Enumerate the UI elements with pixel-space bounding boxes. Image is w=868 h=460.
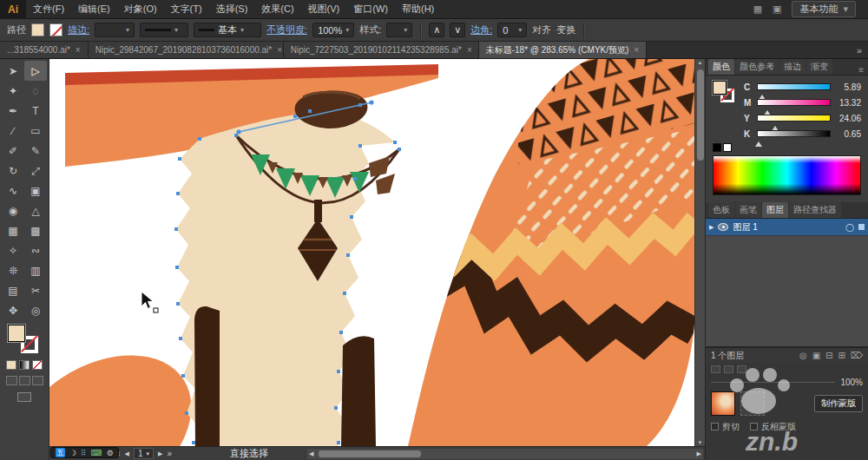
horizontal-scroll-thumb[interactable] [319,450,421,457]
artwork-canvas[interactable] [49,59,694,446]
paintbrush-tool[interactable]: ✐ [2,141,24,161]
fox-front-leg-right[interactable] [341,336,376,446]
zoom-tool[interactable]: ◎ [24,300,47,320]
ime-wubi-icon[interactable]: 五 [56,448,65,457]
draw-inside-button[interactable] [32,376,43,385]
mesh-tool[interactable]: ▦ [2,220,24,240]
tab-color-guide[interactable]: 颜色参考 [735,59,779,75]
column-graph-tool[interactable]: ▥ [24,260,47,280]
ime-keyboard-icon[interactable]: ⌨ [91,449,102,457]
direct-selection-tool[interactable]: ▷ [24,61,47,81]
magic-wand-tool[interactable]: ✦ [2,81,24,101]
target-circle-icon[interactable]: ◯ [845,223,854,232]
tab-overflow-icon[interactable]: » [851,42,868,58]
symbol-sprayer-tool[interactable]: ❊ [2,260,24,280]
tab-layers[interactable]: 图层 [762,202,788,218]
opacity-link[interactable]: 不透明度: [266,23,307,36]
close-icon[interactable]: × [467,45,472,55]
menu-window[interactable]: 窗口(W) [346,0,395,18]
rectangle-tool[interactable]: ▭ [24,121,47,141]
document-tab-2[interactable]: Nipic_29842067_20190828103736016000.ai*× [89,42,284,58]
document-tab-active[interactable]: 未标题-18* @ 283.65% (CMYK/预览)× [479,42,647,58]
menu-select[interactable]: 选择(S) [209,0,255,18]
scroll-up-icon[interactable]: ▲ [695,60,705,65]
corner-value-dropdown[interactable]: 0▾ [497,23,527,37]
draw-behind-button[interactable] [19,376,30,385]
tab-pathfinder[interactable]: 路径查找器 [789,202,841,218]
arrange-documents-icon[interactable]: ▦ [753,3,762,15]
hand-tool[interactable]: ✥ [2,300,24,320]
fill-proxy[interactable] [713,81,727,95]
locate-object-icon[interactable]: ◎ [799,351,807,360]
layer-name[interactable]: 图层 1 [733,221,757,233]
scroll-right-icon[interactable]: ▶ [697,450,701,457]
fox-front-leg-left[interactable] [194,306,220,446]
menu-view[interactable]: 视图(V) [301,0,347,18]
color-spectrum-bar[interactable] [713,155,861,195]
gradient-button[interactable] [19,360,30,370]
black-slider[interactable] [757,130,831,137]
expand-icon[interactable]: ▶ [709,224,713,231]
white-swatch[interactable] [723,143,732,152]
menu-edit[interactable]: 编辑(E) [71,0,117,18]
opacity-slider[interactable] [711,382,835,383]
line-tool[interactable]: ∕ [2,121,24,141]
eyedropper-tool[interactable]: ✧ [2,240,24,260]
lasso-tool[interactable]: ◌ [24,81,47,101]
magenta-value[interactable]: 13.32 [835,98,861,108]
app-style-icon[interactable]: ▣ [773,3,781,15]
corner-link[interactable]: 边角: [470,23,492,36]
visibility-eye-icon[interactable] [718,223,728,231]
next-artboard-icon[interactable]: ▶ [158,450,162,457]
fill-color-well[interactable] [8,325,25,342]
clip-checkbox[interactable]: 剪切 [711,421,740,433]
horizontal-scrollbar[interactable]: ◀ ▶ [307,449,703,459]
tab-stroke[interactable]: 描边 [779,59,806,75]
stroke-link[interactable]: 描边: [68,23,89,36]
brush-definition-dropdown[interactable]: 基本▾ [194,23,261,37]
invert-mask-checkbox[interactable]: 反相蒙版 [750,421,796,433]
style-dropdown[interactable]: ▾ [386,23,412,37]
panel-icon[interactable] [737,365,746,373]
transform-label[interactable]: 变换 [556,23,575,36]
slider-thumb[interactable] [755,138,762,147]
type-tool[interactable]: T [24,101,47,121]
vertical-scrollbar[interactable]: ▲ ▼ [694,59,705,446]
document-tab-3[interactable]: Nipic_7227503_20190102114235328985.ai*× [284,42,479,58]
tab-color[interactable]: 颜色 [708,59,734,75]
stroke-swatch[interactable] [49,23,62,36]
menu-file[interactable]: 文件(F) [26,0,71,18]
black-swatch[interactable] [713,143,721,152]
ime-moon-icon[interactable]: ☽ [69,449,76,457]
artboard-tool[interactable]: ▤ [2,280,24,300]
perspective-grid-tool[interactable]: △ [24,200,47,220]
checkbox-icon[interactable] [750,423,758,430]
tab-gradient[interactable]: 渐变 [806,59,832,75]
free-transform-tool[interactable]: ▣ [24,181,47,200]
workspace-switcher[interactable]: 基本功能▾ [792,1,856,17]
black-value[interactable]: 0.65 [835,129,861,139]
yellow-slider[interactable] [757,115,831,122]
panel-menu-icon[interactable]: ≡ [857,65,865,75]
width-tool[interactable]: ∿ [2,181,24,200]
menu-object[interactable]: 对象(O) [117,0,164,18]
tab-swatches[interactable]: 色板 [708,202,734,218]
align-label[interactable]: 对齐 [532,23,551,36]
opacity-dropdown[interactable]: 100%▾ [312,23,354,37]
gradient-tool[interactable]: ▩ [24,220,47,240]
shape-builder-tool[interactable]: ◉ [2,200,24,220]
artboard-number-dropdown[interactable]: 1▾ [134,448,154,459]
ime-grid-icon[interactable]: ⠿ [81,449,87,457]
prev-artboard-icon[interactable]: ◀ [125,450,129,457]
fill-swatch[interactable] [31,23,44,36]
close-icon[interactable]: × [277,45,282,55]
layer-row-selected[interactable]: ▶ 图层 1 ◯ [706,219,868,236]
draw-normal-button[interactable] [6,376,17,385]
magenta-slider[interactable] [757,99,831,106]
scroll-down-icon[interactable]: ▼ [695,440,705,445]
pencil-tool[interactable]: ✎ [24,141,47,161]
yellow-value[interactable]: 24.06 [835,114,861,123]
scroll-left-icon[interactable]: ◀ [309,450,313,457]
stroke-weight-dropdown[interactable]: ▾ [95,23,135,37]
cyan-slider[interactable] [757,83,831,90]
